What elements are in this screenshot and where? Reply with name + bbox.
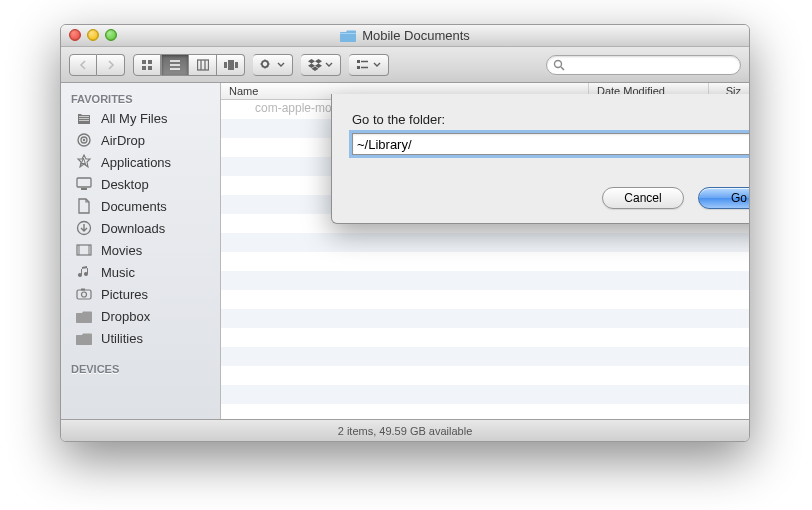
sidebar-item-airdrop[interactable]: AirDrop [61, 129, 220, 151]
svg-line-19 [561, 67, 564, 70]
svg-rect-3 [148, 66, 152, 70]
sidebar: FAVORITES All My Files AirDrop A Applica… [61, 83, 221, 419]
sidebar-item-music[interactable]: Music [61, 261, 220, 283]
toolbar [61, 47, 749, 83]
sidebar-item-label: Documents [101, 199, 167, 214]
arrange-button[interactable] [349, 54, 389, 76]
sidebar-item-label: Utilities [101, 331, 143, 346]
window-title: Mobile Documents [362, 28, 470, 43]
sidebar-item-label: Downloads [101, 221, 165, 236]
titlebar[interactable]: Mobile Documents [61, 25, 749, 47]
go-button[interactable]: Go [698, 187, 750, 209]
sidebar-item-documents[interactable]: Documents [61, 195, 220, 217]
zoom-icon[interactable] [105, 29, 117, 41]
sidebar-item-label: Movies [101, 243, 142, 258]
svg-rect-2 [142, 66, 146, 70]
svg-rect-0 [142, 60, 146, 64]
sidebar-item-desktop[interactable]: Desktop [61, 173, 220, 195]
airdrop-icon [75, 132, 93, 148]
svg-rect-10 [224, 62, 227, 68]
svg-rect-30 [77, 290, 91, 299]
sidebar-item-all-my-files[interactable]: All My Files [61, 107, 220, 129]
view-coverflow-button[interactable] [217, 54, 245, 76]
music-icon [75, 264, 93, 280]
sidebar-item-label: All My Files [101, 111, 167, 126]
go-to-folder-dialog: Go to the folder: Cancel Go [331, 94, 750, 224]
svg-rect-32 [81, 289, 85, 291]
rows-area[interactable]: com-apple-movietrailers Today 4:34 PM Go… [221, 100, 749, 423]
movies-icon [75, 242, 93, 258]
traffic-lights [69, 29, 117, 41]
back-button[interactable] [69, 54, 97, 76]
view-buttons [133, 54, 245, 76]
svg-rect-24 [77, 178, 91, 187]
close-icon[interactable] [69, 29, 81, 41]
sidebar-item-utilities[interactable]: Utilities [61, 327, 220, 349]
svg-point-18 [555, 60, 562, 67]
svg-text:A: A [80, 157, 87, 168]
sidebar-item-dropbox[interactable]: Dropbox [61, 305, 220, 327]
sidebar-item-label: Pictures [101, 287, 148, 302]
svg-rect-16 [357, 66, 360, 69]
pictures-icon [75, 286, 93, 302]
view-columns-button[interactable] [189, 54, 217, 76]
applications-icon: A [75, 154, 93, 170]
status-text: 2 items, 49.59 GB available [338, 425, 473, 437]
folder-icon [75, 308, 93, 324]
dialog-label: Go to the folder: [352, 112, 750, 127]
cancel-button[interactable]: Cancel [602, 187, 684, 209]
desktop-icon [75, 176, 93, 192]
sidebar-item-pictures[interactable]: Pictures [61, 283, 220, 305]
svg-rect-14 [357, 60, 360, 63]
folder-icon [340, 29, 356, 42]
view-list-button[interactable] [161, 54, 189, 76]
documents-icon [75, 198, 93, 214]
svg-point-22 [83, 139, 85, 141]
search-field[interactable] [546, 55, 741, 75]
sidebar-item-label: AirDrop [101, 133, 145, 148]
all-my-files-icon [75, 110, 93, 126]
minimize-icon[interactable] [87, 29, 99, 41]
svg-point-31 [82, 292, 87, 297]
sidebar-item-label: Music [101, 265, 135, 280]
svg-rect-25 [81, 188, 87, 190]
devices-heading: DEVICES [61, 357, 220, 377]
favorites-heading: FAVORITES [61, 87, 220, 107]
view-icon-button[interactable] [133, 54, 161, 76]
svg-rect-7 [197, 60, 208, 70]
sidebar-item-downloads[interactable]: Downloads [61, 217, 220, 239]
finder-window: Mobile Documents [60, 24, 750, 442]
file-list: Name Date Modified Siz com-apple-movietr… [221, 83, 749, 419]
folder-icon [75, 330, 93, 346]
forward-button[interactable] [97, 54, 125, 76]
sidebar-item-movies[interactable]: Movies [61, 239, 220, 261]
nav-buttons [69, 54, 125, 76]
downloads-icon [75, 220, 93, 236]
sidebar-item-label: Desktop [101, 177, 149, 192]
folder-path-input[interactable] [352, 133, 750, 155]
svg-rect-1 [148, 60, 152, 64]
svg-rect-11 [228, 60, 234, 70]
svg-rect-12 [235, 62, 238, 68]
search-icon [553, 59, 565, 71]
action-button[interactable] [253, 54, 293, 76]
search-input[interactable] [569, 59, 734, 71]
sidebar-item-applications[interactable]: A Applications [61, 151, 220, 173]
dropbox-button[interactable] [301, 54, 341, 76]
sidebar-item-label: Applications [101, 155, 171, 170]
sidebar-item-label: Dropbox [101, 309, 150, 324]
